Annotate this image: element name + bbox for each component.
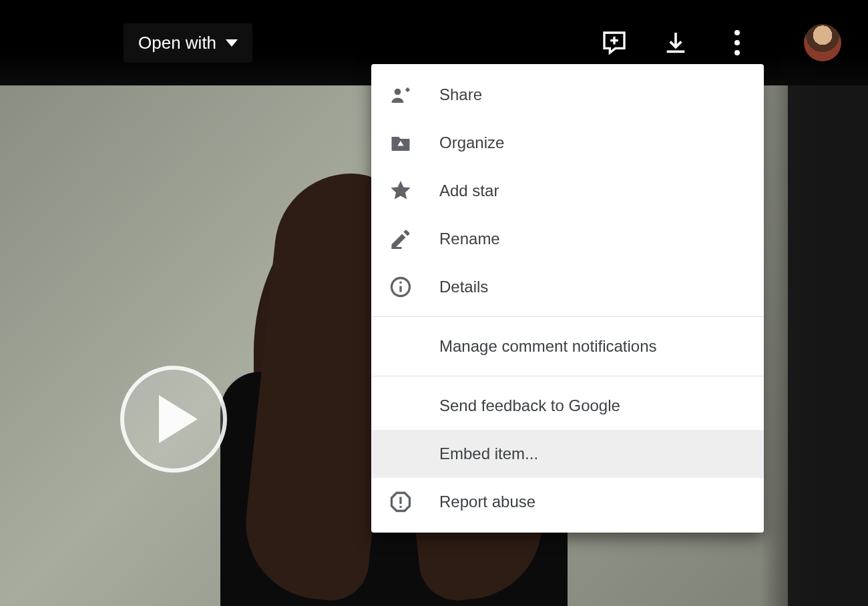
menu-item-label: Report abuse [439,493,535,511]
share-icon [389,83,423,107]
right-side-fade [761,0,868,606]
menu-item-share[interactable]: Share [371,71,764,119]
menu-separator [371,316,764,317]
menu-item-label: Add star [439,182,499,200]
svg-rect-4 [392,247,402,249]
svg-point-2 [395,89,401,95]
menu-item-send-feedback[interactable]: Send feedback to Google [371,382,764,430]
menu-separator [371,376,764,376]
menu-item-label: Embed item... [439,444,538,463]
info-icon [389,275,423,299]
open-with-button[interactable]: Open with [124,23,252,63]
report-icon [389,490,423,514]
menu-item-label: Organize [439,133,504,152]
menu-item-rename[interactable]: Rename [371,215,764,263]
menu-item-add-star[interactable]: Add star [371,167,764,215]
menu-item-details[interactable]: Details [371,263,764,311]
more-options-menu: Share Organize Add star Rename Details M… [371,64,764,533]
menu-item-label: Manage comment notifications [439,337,657,356]
menu-item-manage-comment-notifications[interactable]: Manage comment notifications [371,322,764,370]
star-icon [389,179,423,203]
more-vert-icon [734,30,740,35]
more-options-button[interactable] [722,28,752,57]
menu-item-report-abuse[interactable]: Report abuse [371,478,764,526]
pencil-icon [389,227,423,251]
menu-item-label: Send feedback to Google [439,396,620,415]
open-with-label: Open with [138,33,216,53]
svg-point-10 [399,506,402,509]
chevron-down-icon [226,39,238,47]
download-icon [662,29,689,56]
menu-item-label: Details [439,278,488,296]
add-comment-icon [601,29,628,56]
menu-item-organize[interactable]: Organize [371,119,764,167]
menu-item-label: Share [439,85,482,104]
add-comment-button[interactable] [600,28,629,57]
folder-drive-icon [389,131,423,155]
account-avatar[interactable] [804,24,841,61]
download-button[interactable] [661,28,690,57]
menu-item-embed-item[interactable]: Embed item... [371,430,764,478]
play-icon [159,395,198,443]
play-button[interactable] [120,366,227,473]
menu-item-label: Rename [439,230,500,248]
svg-point-7 [399,281,402,284]
